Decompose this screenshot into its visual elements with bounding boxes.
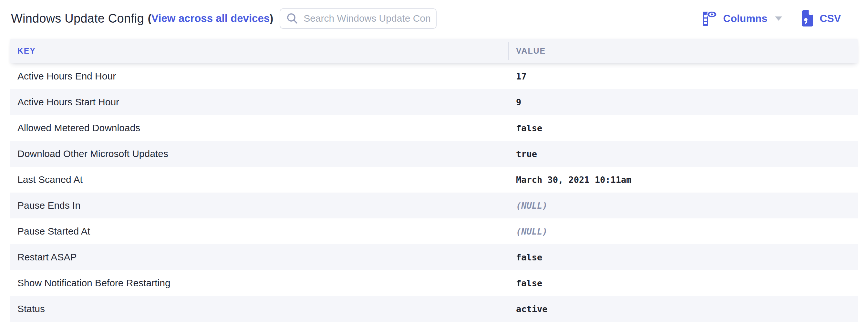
row-value: false bbox=[508, 278, 858, 288]
table-row: Pause Ends In (NULL) bbox=[10, 192, 858, 218]
table-row: Active Hours End Hour 17 bbox=[10, 63, 858, 89]
view-across-all-devices-link[interactable]: View across all devices bbox=[151, 12, 270, 24]
table-row: Last Scaned At March 30, 2021 10:11am bbox=[10, 167, 858, 192]
view-across-devices-wrap: (View across all devices) bbox=[148, 12, 273, 25]
columns-button-label: Columns bbox=[723, 12, 767, 25]
row-key: Download Other Microsoft Updates bbox=[10, 148, 508, 159]
row-key: Active Hours Start Hour bbox=[10, 97, 508, 108]
column-header-value[interactable]: VALUE bbox=[508, 42, 858, 60]
paren-close: ) bbox=[270, 12, 273, 24]
top-bar: Windows Update Config (View across all d… bbox=[0, 0, 868, 39]
row-key: Restart ASAP bbox=[10, 252, 508, 263]
table-row: Pause Started At (NULL) bbox=[10, 218, 858, 244]
row-key: Active Hours End Hour bbox=[10, 71, 508, 82]
row-value: 9 bbox=[508, 97, 858, 107]
table-row: Download Other Microsoft Updates true bbox=[10, 141, 858, 167]
search-input[interactable] bbox=[304, 13, 431, 24]
table-header-row: KEY VALUE bbox=[10, 39, 858, 63]
row-value: March 30, 2021 10:11am bbox=[508, 175, 858, 185]
row-key: Status bbox=[10, 303, 508, 314]
page-title: Windows Update Config bbox=[11, 12, 144, 26]
csv-button-label: CSV bbox=[819, 12, 841, 25]
search-box[interactable] bbox=[280, 8, 437, 29]
table-row: Status active bbox=[10, 296, 858, 322]
row-value: false bbox=[508, 123, 858, 133]
table-body: Active Hours End Hour 17 Active Hours St… bbox=[10, 63, 858, 322]
row-key: Pause Ends In bbox=[10, 200, 508, 211]
toolbar: Columns CSV bbox=[702, 10, 841, 27]
csv-file-icon bbox=[801, 10, 814, 27]
columns-visibility-icon bbox=[702, 10, 717, 27]
table-row: Active Hours Start Hour 9 bbox=[10, 89, 858, 115]
csv-export-button[interactable]: CSV bbox=[801, 10, 841, 27]
config-table: KEY VALUE Active Hours End Hour 17 Activ… bbox=[10, 39, 858, 322]
row-value: (NULL) bbox=[508, 201, 858, 211]
table-row: Allowed Metered Downloads false bbox=[10, 115, 858, 141]
row-value: active bbox=[508, 304, 858, 314]
paren-open: ( bbox=[148, 12, 151, 24]
row-key: Last Scaned At bbox=[10, 174, 508, 185]
chevron-down-icon bbox=[775, 17, 782, 21]
search-icon bbox=[286, 12, 299, 25]
row-value: (NULL) bbox=[508, 226, 858, 237]
table-row: Restart ASAP false bbox=[10, 244, 858, 270]
row-key: Pause Started At bbox=[10, 226, 508, 237]
row-value: true bbox=[508, 149, 858, 159]
row-key: Allowed Metered Downloads bbox=[10, 122, 508, 133]
table-row: Show Notification Before Restarting fals… bbox=[10, 270, 858, 296]
row-value: 17 bbox=[508, 71, 858, 82]
column-header-key[interactable]: KEY bbox=[10, 39, 508, 63]
row-value: false bbox=[508, 252, 858, 262]
columns-button[interactable]: Columns bbox=[702, 10, 782, 27]
row-key: Show Notification Before Restarting bbox=[10, 277, 508, 288]
